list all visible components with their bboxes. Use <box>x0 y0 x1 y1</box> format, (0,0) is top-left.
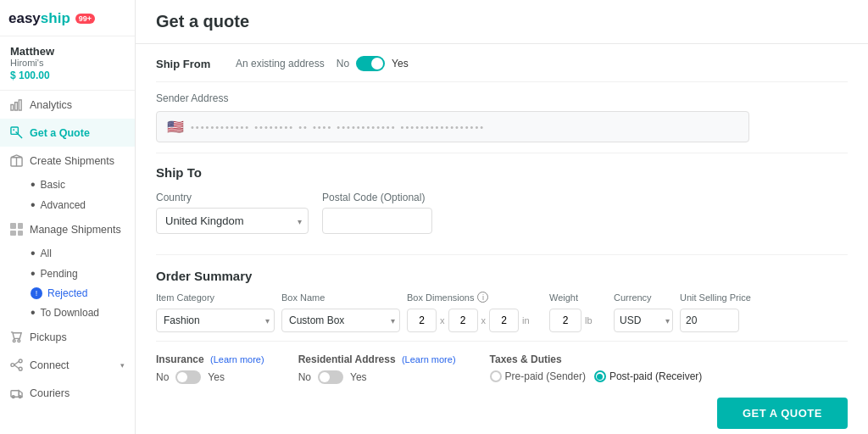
sidebar-logo: easyship 99+ <box>0 0 135 36</box>
taxes-options: Pre-paid (Sender) Post-paid (Receiver) <box>490 370 703 382</box>
dim-sep-1: x <box>440 315 445 326</box>
col-box-name: Box Name <box>281 292 400 303</box>
user-section: Matthew Hiromi's $ 100.00 <box>0 36 135 91</box>
main-header: Get a quote <box>136 0 868 44</box>
postpaid-option[interactable]: Post-paid (Receiver) <box>594 370 702 382</box>
box-select[interactable]: Custom Box <box>281 309 400 332</box>
residential-header: Residential Address (Learn more) <box>298 353 456 365</box>
bullet-icon-5: • <box>31 306 36 320</box>
postal-code-input[interactable] <box>322 208 432 234</box>
user-store: Hiromi's <box>10 58 125 68</box>
insurance-label: Insurance <box>156 353 204 365</box>
svg-rect-1 <box>15 103 18 110</box>
existing-address-label: An existing address <box>236 58 325 70</box>
insurance-toggle[interactable] <box>175 370 201 384</box>
sidebar-item-get-a-quote[interactable]: Get a Quote <box>0 119 135 147</box>
country-select[interactable]: United Kingdom United States Australia C… <box>156 208 309 234</box>
get-a-quote-button[interactable]: GET A QUOTE <box>717 398 848 429</box>
sidebar-sub-basic[interactable]: • Basic <box>0 175 135 195</box>
dim-unit: in <box>522 315 530 326</box>
col-currency: Currency <box>614 292 673 303</box>
sender-address-section: Sender Address 🇺🇸 •••••••••••• •••••••• … <box>156 82 848 153</box>
price-input[interactable]: 20 <box>680 309 739 332</box>
insurance-learn-more-link[interactable]: Learn more <box>214 354 261 364</box>
residential-yes-label: Yes <box>350 371 367 383</box>
us-flag-icon: 🇺🇸 <box>167 119 184 135</box>
postal-code-label: Postal Code (Optional) <box>322 192 432 203</box>
dim-x-input[interactable]: 2 <box>407 309 437 332</box>
postpaid-radio <box>594 370 606 382</box>
content-area: Ship From An existing address No Yes Sen… <box>136 44 868 434</box>
insurance-toggle-row: No Yes <box>156 370 264 384</box>
user-name: Matthew <box>10 45 125 58</box>
sender-address-label: Sender Address <box>156 92 848 104</box>
order-col-headers: Item Category Box Name Box Dimensions i … <box>156 292 848 303</box>
weight-input[interactable]: 2 <box>549 309 581 332</box>
info-icon: i <box>477 292 488 303</box>
ship-from-section: Ship From An existing address No Yes <box>156 44 848 82</box>
ship-to-section: Ship To Country United Kingdom United St… <box>156 153 848 254</box>
box-icon <box>10 154 23 167</box>
sidebar-item-couriers[interactable]: Couriers <box>0 379 135 407</box>
country-group: Country United Kingdom United States Aus… <box>156 192 309 234</box>
residential-toggle[interactable] <box>318 370 343 384</box>
col-unit-selling-price: Unit Selling Price <box>680 292 848 303</box>
currency-select[interactable]: USD EUR GBP <box>614 309 673 332</box>
sidebar-item-connect[interactable]: Connect ▾ <box>0 351 135 379</box>
residential-label: Residential Address <box>298 353 396 365</box>
svg-point-10 <box>19 359 22 363</box>
sidebar-item-couriers-label: Couriers <box>30 387 70 399</box>
ship-from-toggle[interactable] <box>356 56 385 71</box>
residential-toggle-row: No Yes <box>298 370 456 384</box>
svg-line-13 <box>14 365 19 369</box>
sidebar-item-analytics-label: Analytics <box>30 99 72 111</box>
sidebar-item-pickups[interactable]: Pickups <box>0 323 135 351</box>
grid-icon <box>10 223 23 236</box>
insurance-yes-label: Yes <box>208 371 225 383</box>
sidebar-sub-all[interactable]: • All <box>0 243 135 264</box>
logo-badge: 99+ <box>75 14 95 24</box>
taxes-label: Taxes & Duties <box>490 353 703 365</box>
residential-toggle-knob <box>320 372 330 382</box>
sidebar-sub-to-download[interactable]: • To Download <box>0 303 135 323</box>
prepaid-option[interactable]: Pre-paid (Sender) <box>490 370 586 382</box>
sidebar-sub-pending[interactable]: • Pending <box>0 264 135 284</box>
page-title: Get a quote <box>156 12 848 31</box>
dim-z-input[interactable]: 2 <box>489 309 519 332</box>
svg-point-11 <box>19 367 22 370</box>
insurance-group: Insurance (Learn more) No Yes <box>156 353 264 384</box>
ship-to-title: Ship To <box>156 165 848 180</box>
sender-address-bar: 🇺🇸 •••••••••••• •••••••• •• •••• •••••••… <box>156 111 749 142</box>
toggle-no-label: No <box>337 58 349 70</box>
residential-learn-more-link[interactable]: Learn more <box>405 354 453 364</box>
sidebar-item-manage-shipments[interactable]: Manage Shipments <box>0 215 135 243</box>
sidebar-item-connect-label: Connect <box>30 359 70 371</box>
col-item-category: Item Category <box>156 292 275 303</box>
sidebar-item-create-shipments[interactable]: Create Shipments <box>0 147 135 175</box>
sidebar-sub-advanced-label: Advanced <box>41 199 86 211</box>
sidebar-sub-advanced[interactable]: • Advanced <box>0 195 135 215</box>
sidebar-sub-rejected-label: Rejected <box>47 287 87 299</box>
bullet-icon-4: • <box>31 267 36 281</box>
connect-chevron-icon: ▾ <box>120 361 125 370</box>
sidebar-item-pickups-label: Pickups <box>30 331 67 343</box>
sidebar-sub-to-download-label: To Download <box>41 307 99 319</box>
svg-point-8 <box>18 340 20 342</box>
sidebar-sub-rejected[interactable]: ! Rejected <box>0 284 135 303</box>
sidebar-item-get-a-quote-label: Get a Quote <box>30 127 90 139</box>
sidebar-nav: Analytics Get a Quote Create Shipments •… <box>0 91 135 407</box>
address-masked-text: •••••••••••• •••••••• •• •••• ••••••••••… <box>191 122 485 132</box>
col-weight: Weight <box>549 292 607 303</box>
dim-y-input[interactable]: 2 <box>448 309 478 332</box>
sidebar-item-analytics[interactable]: Analytics <box>0 91 135 119</box>
toggle-knob <box>371 58 383 70</box>
logo-text: easyship <box>8 10 70 27</box>
tag-icon <box>10 126 23 139</box>
sidebar-sub-pending-label: Pending <box>41 268 78 280</box>
prepaid-radio <box>490 370 502 382</box>
residential-no-label: No <box>298 371 311 383</box>
toggle-yes-label: Yes <box>392 58 409 70</box>
country-select-wrap: United Kingdom United States Australia C… <box>156 208 309 234</box>
connect-icon <box>10 359 23 371</box>
category-select[interactable]: Fashion Electronics <box>156 309 275 332</box>
